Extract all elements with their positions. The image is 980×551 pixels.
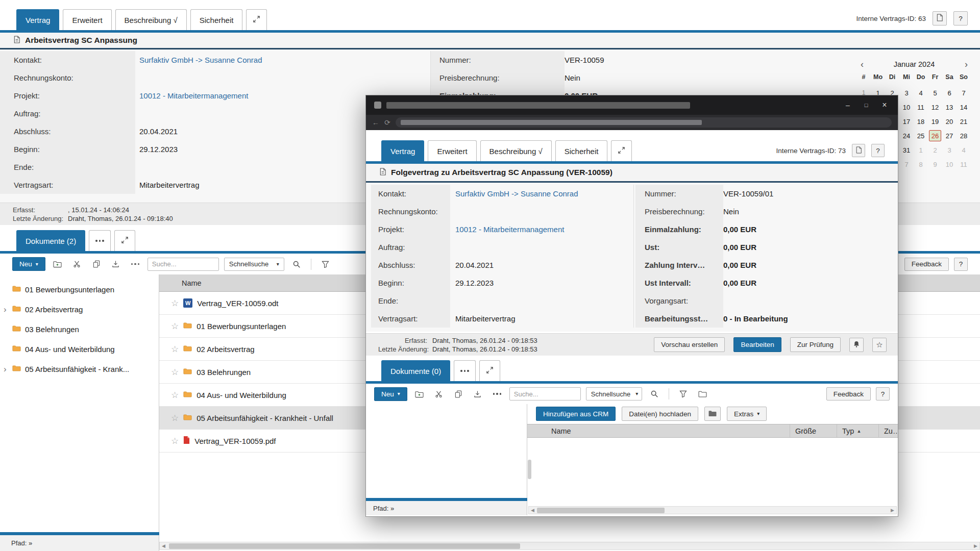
edit-button[interactable]: Bearbeiten bbox=[733, 337, 781, 352]
cut-icon[interactable] bbox=[70, 258, 84, 271]
chevron-right-icon[interactable]: › bbox=[4, 364, 7, 374]
scrollbar-thumb[interactable] bbox=[169, 543, 520, 549]
col-zu[interactable]: Zu… bbox=[878, 424, 898, 437]
calendar-prev-icon[interactable]: ‹ bbox=[857, 59, 867, 70]
expand-documents-tab[interactable] bbox=[114, 230, 135, 251]
expand-view-tab[interactable] bbox=[611, 140, 632, 161]
expand-view-tab[interactable] bbox=[246, 9, 267, 30]
tree-item-01-bewerbungsunterlagen[interactable]: 01 Bewerbungsunterlagen bbox=[0, 280, 159, 299]
tree-item-03-belehrungen[interactable]: 03 Belehrungen bbox=[0, 319, 159, 339]
help-button-top[interactable]: ? bbox=[953, 11, 968, 26]
browse-folder-button[interactable] bbox=[704, 407, 721, 421]
calendar-day[interactable]: 27 bbox=[942, 129, 957, 143]
more-tabs-tab[interactable] bbox=[454, 360, 476, 381]
tab-beschreibung[interactable]: Beschreibung √ bbox=[480, 140, 552, 161]
more-actions-icon[interactable] bbox=[490, 387, 504, 400]
tree-item-05-arbeitsunfähigkeit-krank[interactable]: ›05 Arbeitsunfähigkeit - Krank... bbox=[0, 359, 159, 379]
calendar-next-icon[interactable]: › bbox=[962, 59, 971, 70]
calendar-day[interactable]: 21 bbox=[957, 114, 971, 129]
calendar-day[interactable]: 24 bbox=[899, 129, 914, 143]
field-value[interactable]: 10012 - Mitarbeitermanagement bbox=[450, 220, 564, 238]
star-icon[interactable]: ☆ bbox=[171, 413, 179, 423]
calendar-day[interactable]: 19 bbox=[928, 114, 942, 129]
calendar-day[interactable]: 7 bbox=[899, 157, 914, 171]
copy-icon[interactable] bbox=[89, 258, 104, 271]
scroll-right-icon[interactable]: ▶ bbox=[889, 508, 896, 513]
quick-search-select[interactable]: Schnellsuche ▾ bbox=[224, 258, 284, 271]
calendar-day[interactable]: 11 bbox=[957, 157, 971, 171]
horizontal-scrollbar[interactable]: ◀ ▶ bbox=[159, 542, 980, 550]
calendar-day[interactable]: 5 bbox=[928, 86, 942, 100]
new-folder-icon[interactable] bbox=[51, 258, 65, 271]
more-actions-icon[interactable] bbox=[128, 258, 142, 271]
tab-vertrag[interactable]: Vertrag bbox=[16, 9, 59, 30]
calendar-day[interactable]: 4 bbox=[914, 86, 928, 100]
calendar-day[interactable]: 13 bbox=[942, 100, 957, 114]
search-icon[interactable] bbox=[289, 258, 304, 271]
copy-icon[interactable] bbox=[451, 387, 465, 400]
tree-item-02-arbeitsvertrag[interactable]: ›02 Arbeitsvertrag bbox=[0, 299, 159, 319]
star-icon[interactable]: ☆ bbox=[171, 344, 179, 355]
calendar-day[interactable]: 6 bbox=[942, 86, 957, 100]
notification-bell-button[interactable] bbox=[849, 338, 864, 352]
filter-icon[interactable] bbox=[676, 387, 691, 400]
search-input[interactable] bbox=[509, 387, 581, 400]
filter-icon[interactable] bbox=[318, 258, 333, 271]
new-folder-icon[interactable] bbox=[412, 387, 427, 400]
star-icon[interactable]: ☆ bbox=[171, 436, 179, 446]
calendar-day[interactable]: 3 bbox=[942, 143, 957, 157]
calendar-day[interactable]: 3 bbox=[899, 86, 914, 100]
close-button[interactable]: × bbox=[875, 95, 894, 115]
maximize-button[interactable]: □ bbox=[857, 95, 875, 115]
reload-icon[interactable]: ⟳ bbox=[384, 118, 390, 127]
cut-icon[interactable] bbox=[432, 387, 446, 400]
tab-erweitert[interactable]: Erweitert bbox=[63, 9, 111, 30]
tab-vertrag[interactable]: Vertrag bbox=[381, 140, 424, 161]
calendar-day[interactable]: 31 bbox=[899, 143, 914, 157]
tab-beschreibung[interactable]: Beschreibung √ bbox=[115, 9, 187, 30]
help-button-top[interactable]: ? bbox=[871, 144, 885, 157]
calendar-day[interactable]: 26 bbox=[929, 130, 941, 141]
calendar-day[interactable]: 25 bbox=[914, 129, 928, 143]
download-icon[interactable] bbox=[109, 258, 123, 271]
tab-sicherheit[interactable]: Sicherheit bbox=[555, 140, 608, 161]
tab-erweitert[interactable]: Erweitert bbox=[428, 140, 476, 161]
document-id-button[interactable] bbox=[852, 144, 865, 157]
feedback-button[interactable]: Feedback bbox=[904, 258, 949, 271]
calendar-day[interactable]: 20 bbox=[942, 114, 957, 129]
calendar-day[interactable]: 10 bbox=[899, 100, 914, 114]
col-type[interactable]: Typ ▲ bbox=[837, 424, 878, 437]
field-value[interactable]: 10012 - Mitarbeitermanagement bbox=[135, 87, 248, 105]
popup-horizontal-scrollbar[interactable]: ◀ ▶ bbox=[528, 506, 897, 514]
new-button[interactable]: Neu ▾ bbox=[374, 387, 407, 401]
calendar-day[interactable]: 17 bbox=[899, 114, 914, 129]
url-bar[interactable] bbox=[396, 117, 892, 128]
quick-search-select[interactable]: Schnellsuche ▾ bbox=[586, 387, 642, 400]
calendar-day[interactable]: 18 bbox=[914, 114, 928, 129]
search-icon[interactable] bbox=[647, 387, 662, 400]
help-button[interactable]: ? bbox=[954, 258, 968, 271]
calendar-day[interactable]: 2 bbox=[928, 143, 942, 157]
calendar-day[interactable]: 14 bbox=[957, 100, 971, 114]
scroll-left-icon[interactable]: ◀ bbox=[529, 508, 536, 513]
favorite-star-button[interactable]: ☆ bbox=[872, 338, 887, 352]
more-tabs-tab[interactable] bbox=[89, 230, 111, 251]
field-value[interactable]: Surfaktiv GmbH -> Susanne Conrad bbox=[450, 185, 578, 203]
chevron-right-icon[interactable]: › bbox=[4, 305, 7, 315]
extras-button[interactable]: Extras ▾ bbox=[727, 407, 767, 421]
star-icon[interactable]: ☆ bbox=[171, 390, 179, 400]
calendar-day[interactable]: 11 bbox=[914, 100, 928, 114]
document-id-button[interactable] bbox=[933, 11, 947, 26]
scroll-right-icon[interactable]: ▶ bbox=[972, 543, 979, 548]
minimize-button[interactable]: – bbox=[839, 95, 857, 115]
search-input[interactable] bbox=[148, 258, 219, 271]
calendar-day[interactable]: 12 bbox=[928, 100, 942, 114]
upload-files-button[interactable]: Datei(en) hochladen bbox=[622, 407, 698, 421]
calendar-day[interactable]: 10 bbox=[942, 157, 957, 171]
scrollbar-thumb[interactable] bbox=[537, 508, 665, 513]
star-icon[interactable]: ☆ bbox=[171, 367, 179, 378]
vertical-scrollbar-thumb[interactable] bbox=[528, 460, 531, 479]
field-value[interactable]: Surfaktiv GmbH -> Susanne Conrad bbox=[135, 51, 262, 69]
tab-dokumente[interactable]: Dokumente (0) bbox=[381, 360, 450, 381]
calendar-day[interactable]: 8 bbox=[914, 157, 928, 171]
